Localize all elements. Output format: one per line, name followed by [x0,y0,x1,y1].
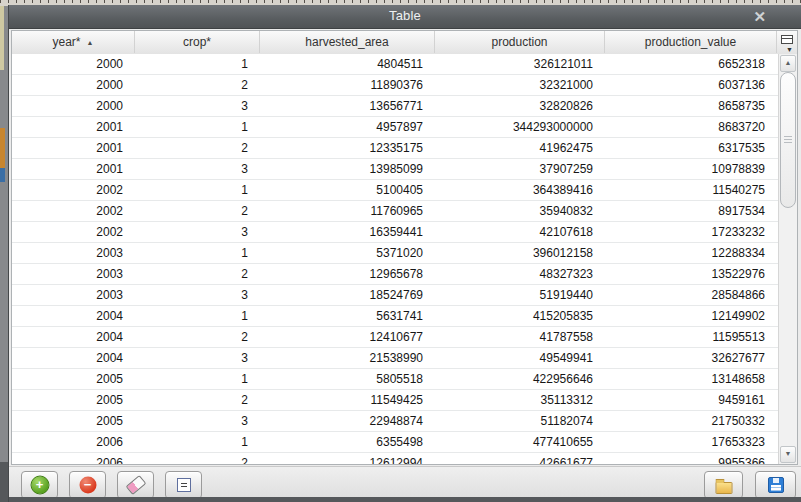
table-cell[interactable]: 11595513 [605,327,777,347]
table-cell[interactable]: 3 [135,285,260,305]
titlebar[interactable]: Table ✕ [9,5,801,29]
table-cell[interactable]: 21750332 [605,411,777,431]
table-cell[interactable]: 1 [135,180,260,200]
table-cell[interactable]: 5805518 [260,369,435,389]
table-cell[interactable]: 6652318 [605,54,777,74]
table-cell[interactable]: 11549425 [260,390,435,410]
column-header-production-value[interactable]: production_value [605,31,777,53]
table-cell[interactable]: 51919440 [435,285,605,305]
table-cell[interactable]: 422956646 [435,369,605,389]
table-cell[interactable]: 42661677 [435,453,605,464]
table-cell[interactable]: 2002 [12,222,135,242]
table-cell[interactable]: 51182074 [435,411,605,431]
table-cell[interactable]: 17653323 [605,432,777,452]
table-cell[interactable]: 13985099 [260,159,435,179]
table-cell[interactable]: 396012158 [435,243,605,263]
table-cell[interactable]: 326121011 [435,54,605,74]
table-cell[interactable]: 2 [135,264,260,284]
scrollbar-thumb[interactable] [780,72,796,208]
table-cell[interactable]: 28584866 [605,285,777,305]
table-cell[interactable]: 2003 [12,243,135,263]
table-cell[interactable]: 344293000000 [435,117,605,137]
table-cell[interactable]: 32627677 [605,348,777,368]
add-record-button[interactable]: + [21,471,58,499]
table-cell[interactable]: 5631741 [260,306,435,326]
table-cell[interactable]: 5100405 [260,180,435,200]
table-cell[interactable]: 2001 [12,117,135,137]
table-cell[interactable]: 12410677 [260,327,435,347]
table-cell[interactable]: 2005 [12,390,135,410]
record-view-button[interactable] [165,471,202,499]
scroll-up-button[interactable]: ▲ [780,55,796,72]
table-cell[interactable]: 2005 [12,411,135,431]
table-cell[interactable]: 2000 [12,96,135,116]
table-cell[interactable]: 10978839 [605,159,777,179]
table-cell[interactable]: 12335175 [260,138,435,158]
table-cell[interactable]: 18524769 [260,285,435,305]
table-cell[interactable]: 13656771 [260,96,435,116]
table-cell[interactable]: 2003 [12,285,135,305]
table-cell[interactable]: 12288334 [605,243,777,263]
table-cell[interactable]: 3 [135,96,260,116]
table-cell[interactable]: 12612994 [260,453,435,464]
column-menu-button[interactable]: ▼ [777,31,797,53]
table-cell[interactable]: 5371020 [260,243,435,263]
table-cell[interactable]: 42107618 [435,222,605,242]
table-cell[interactable]: 6037136 [605,75,777,95]
table-cell[interactable]: 48327323 [435,264,605,284]
table-cell[interactable]: 2 [135,201,260,221]
scroll-down-button[interactable]: ▼ [780,446,796,463]
table-cell[interactable]: 2004 [12,306,135,326]
table-cell[interactable]: 2005 [12,369,135,389]
table-cell[interactable]: 2 [135,453,260,464]
table-cell[interactable]: 3 [135,222,260,242]
table-cell[interactable]: 6355498 [260,432,435,452]
table-cell[interactable]: 11890376 [260,75,435,95]
table-cell[interactable]: 8658735 [605,96,777,116]
table-cell[interactable]: 2002 [12,201,135,221]
vertical-scrollbar[interactable]: ▲ ▼ [778,54,797,464]
table-cell[interactable]: 2001 [12,138,135,158]
table-cell[interactable]: 9955366 [605,453,777,464]
close-icon[interactable]: ✕ [753,7,766,26]
table-cell[interactable]: 1 [135,369,260,389]
erase-record-button[interactable] [117,471,154,499]
table-cell[interactable]: 37907259 [435,159,605,179]
column-header-harvested-area[interactable]: harvested_area [260,31,435,53]
table-cell[interactable]: 12149902 [605,306,777,326]
table-cell[interactable]: 8917534 [605,201,777,221]
table-cell[interactable]: 2006 [12,453,135,464]
table-cell[interactable]: 16359441 [260,222,435,242]
save-table-button[interactable] [755,471,796,499]
table-cell[interactable]: 1 [135,117,260,137]
table-cell[interactable]: 2 [135,75,260,95]
table-cell[interactable]: 32820826 [435,96,605,116]
table-cell[interactable]: 12965678 [260,264,435,284]
table-cell[interactable]: 3 [135,348,260,368]
remove-record-button[interactable]: − [69,471,106,499]
table-cell[interactable]: 415205835 [435,306,605,326]
table-cell[interactable]: 2006 [12,432,135,452]
table-cell[interactable]: 3 [135,411,260,431]
table-cell[interactable]: 1 [135,306,260,326]
table-cell[interactable]: 2004 [12,348,135,368]
table-cell[interactable]: 2 [135,327,260,347]
table-cell[interactable]: 1 [135,54,260,74]
table-cell[interactable]: 9459161 [605,390,777,410]
table-cell[interactable]: 17233232 [605,222,777,242]
table-cell[interactable]: 32321000 [435,75,605,95]
table-cell[interactable]: 6317535 [605,138,777,158]
table-cell[interactable]: 41787558 [435,327,605,347]
table-cell[interactable]: 4804511 [260,54,435,74]
column-header-crop[interactable]: crop* [135,31,260,53]
table-cell[interactable]: 8683720 [605,117,777,137]
table-cell[interactable]: 35113312 [435,390,605,410]
table-cell[interactable]: 2004 [12,327,135,347]
table-cell[interactable]: 13148658 [605,369,777,389]
table-cell[interactable]: 477410655 [435,432,605,452]
table-cell[interactable]: 2000 [12,75,135,95]
table-cell[interactable]: 3 [135,159,260,179]
table-cell[interactable]: 11540275 [605,180,777,200]
table-cell[interactable]: 49549941 [435,348,605,368]
table-cell[interactable]: 35940832 [435,201,605,221]
